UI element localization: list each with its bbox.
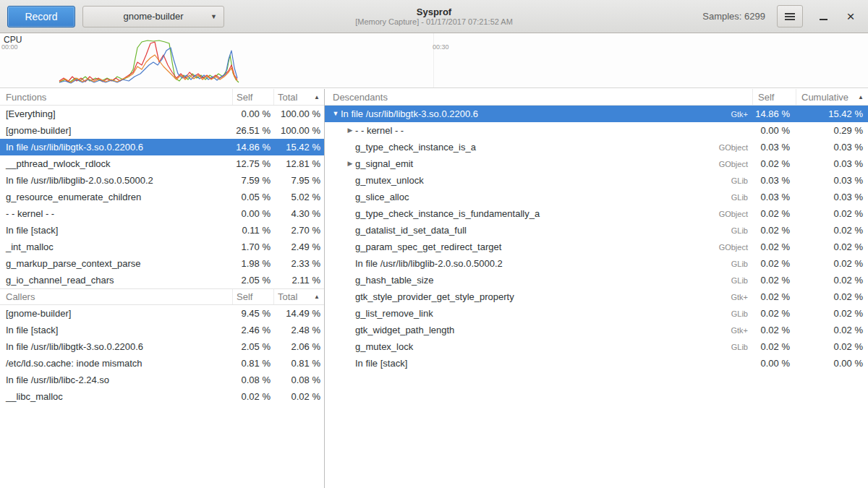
self-percent: 0.03 % bbox=[752, 175, 796, 186]
functions-column-header[interactable]: Functions bbox=[0, 89, 232, 105]
symbol-name: - - kernel - - bbox=[0, 208, 232, 219]
library-tag: GObject bbox=[713, 143, 752, 152]
cumulative-percent: 0.02 % bbox=[796, 208, 868, 219]
target-selector-dropdown[interactable]: gnome-builder ▼ bbox=[82, 6, 224, 27]
self-percent: 0.00 % bbox=[752, 125, 796, 136]
descendants-self-column-header[interactable]: Self bbox=[752, 89, 796, 105]
caller-row[interactable]: In file /usr/lib/libc-2.24.so0.08 %0.08 … bbox=[0, 372, 324, 388]
close-icon: × bbox=[846, 9, 854, 23]
descendant-name-cell: g_param_spec_get_redirect_targetGObject bbox=[325, 241, 752, 252]
cpu-timeline[interactable]: CPU 00:00 00:30 bbox=[0, 33, 868, 88]
symbol-name: g_resource_enumerate_children bbox=[0, 192, 232, 202]
cumulative-percent: 0.02 % bbox=[796, 291, 868, 302]
library-tag: GLib bbox=[726, 176, 752, 185]
self-percent: 0.02 % bbox=[752, 291, 796, 302]
caller-row[interactable]: /etc/ld.so.cache: inode mismatch0.81 %0.… bbox=[0, 355, 324, 372]
symbol-name: g_type_check_instance_is_fundamentally_a bbox=[355, 208, 540, 219]
descendant-row[interactable]: gtk_style_provider_get_style_propertyGtk… bbox=[325, 288, 868, 305]
self-percent: 9.45 % bbox=[232, 308, 273, 319]
symbol-name: In file /usr/lib/libglib-2.0.so.0.5000.2 bbox=[355, 258, 503, 269]
function-row[interactable]: [gnome-builder]26.51 %100.00 % bbox=[0, 122, 324, 139]
function-row[interactable]: g_markup_parse_context_parse1.98 %2.33 % bbox=[0, 255, 324, 272]
descendant-row[interactable]: g_slice_allocGLib0.03 %0.03 % bbox=[325, 189, 868, 205]
function-row[interactable]: [Everything]0.00 %100.00 % bbox=[0, 106, 324, 122]
descendants-column-header[interactable]: Descendants bbox=[325, 89, 752, 105]
close-button[interactable]: × bbox=[841, 7, 861, 27]
cumulative-percent: 0.02 % bbox=[796, 241, 868, 252]
descendant-row[interactable]: g_list_remove_linkGLib0.02 %0.02 % bbox=[325, 305, 868, 322]
descendant-row[interactable]: g_hash_table_sizeGLib0.02 %0.02 % bbox=[325, 272, 868, 288]
self-percent: 1.70 % bbox=[232, 241, 273, 252]
descendant-row[interactable]: ▼In file /usr/lib/libgtk-3.so.0.2200.6Gt… bbox=[325, 106, 868, 122]
function-row[interactable]: In file /usr/lib/libgtk-3.so.0.2200.614.… bbox=[0, 139, 324, 155]
caller-row[interactable]: In file [stack]2.46 %2.48 % bbox=[0, 322, 324, 338]
symbol-name: In file [stack] bbox=[0, 225, 232, 236]
descendant-row[interactable]: g_type_check_instance_is_fundamentally_a… bbox=[325, 205, 868, 222]
headerbar-right: Samples: 6299 × bbox=[702, 5, 861, 27]
function-row[interactable]: In file [stack]0.11 %2.70 % bbox=[0, 222, 324, 239]
descendants-cumulative-column-header[interactable]: Cumulative ▲ bbox=[796, 89, 868, 105]
self-percent: 0.02 % bbox=[232, 391, 273, 402]
callers-total-column-label: Total bbox=[278, 291, 297, 302]
self-percent: 2.05 % bbox=[232, 341, 273, 352]
descendant-name-cell: ▶g_signal_emitGObject bbox=[325, 158, 752, 169]
self-percent: 0.02 % bbox=[752, 241, 796, 252]
self-percent: 0.02 % bbox=[752, 341, 796, 352]
function-row[interactable]: __pthread_rwlock_rdlock12.75 %12.81 % bbox=[0, 155, 324, 172]
record-button[interactable]: Record bbox=[7, 6, 75, 27]
function-row[interactable]: - - kernel - -0.00 %4.30 % bbox=[0, 205, 324, 222]
descendant-row[interactable]: g_mutex_lockGLib0.02 %0.02 % bbox=[325, 338, 868, 355]
function-row[interactable]: g_io_channel_read_chars2.05 %2.11 % bbox=[0, 272, 324, 288]
functions-body: [Everything]0.00 %100.00 %[gnome-builder… bbox=[0, 106, 324, 288]
function-row[interactable]: _int_malloc1.70 %2.49 % bbox=[0, 239, 324, 255]
symbol-name: gtk_style_provider_get_style_property bbox=[355, 291, 514, 302]
descendants-body: ▼In file /usr/lib/libgtk-3.so.0.2200.6Gt… bbox=[325, 106, 868, 372]
cumulative-column-label: Cumulative bbox=[801, 92, 848, 103]
caller-row[interactable]: In file /usr/lib/libgtk-3.so.0.2200.62.0… bbox=[0, 338, 324, 355]
callers-total-column-header[interactable]: Total ▲ bbox=[273, 289, 324, 304]
self-percent: 0.00 % bbox=[232, 208, 273, 219]
minimize-button[interactable] bbox=[813, 7, 833, 27]
symbol-name: g_list_remove_link bbox=[355, 308, 433, 319]
caller-row[interactable]: __libc_malloc0.02 %0.02 % bbox=[0, 388, 324, 405]
descendant-row[interactable]: In file [stack]0.00 %0.00 % bbox=[325, 355, 868, 372]
total-percent: 7.95 % bbox=[273, 175, 324, 186]
function-row[interactable]: g_resource_enumerate_children0.05 %5.02 … bbox=[0, 189, 324, 205]
descendant-row[interactable]: g_type_check_instance_is_aGObject0.03 %0… bbox=[325, 139, 868, 155]
total-percent: 2.06 % bbox=[273, 341, 324, 352]
symbol-name: g_slice_alloc bbox=[355, 192, 409, 202]
descendant-row[interactable]: g_datalist_id_set_data_fullGLib0.02 %0.0… bbox=[325, 222, 868, 239]
library-tag: GLib bbox=[726, 343, 752, 351]
self-percent: 14.86 % bbox=[232, 142, 273, 153]
descendant-row[interactable]: g_param_spec_get_redirect_targetGObject0… bbox=[325, 239, 868, 255]
menu-button[interactable] bbox=[777, 5, 803, 27]
self-percent: 26.51 % bbox=[232, 125, 273, 136]
descendant-name-cell: g_type_check_instance_is_aGObject bbox=[325, 142, 752, 153]
descendant-name-cell: g_mutex_unlockGLib bbox=[325, 175, 752, 186]
library-tag: Gtk+ bbox=[725, 326, 752, 335]
function-row[interactable]: In file /usr/lib/libglib-2.0.so.0.5000.2… bbox=[0, 172, 324, 189]
cumulative-percent: 0.03 % bbox=[796, 175, 868, 186]
cumulative-percent: 0.29 % bbox=[796, 125, 868, 136]
callers-column-header[interactable]: Callers bbox=[0, 289, 232, 304]
caller-row[interactable]: [gnome-builder]9.45 %14.49 % bbox=[0, 305, 324, 322]
descendant-row[interactable]: In file /usr/lib/libglib-2.0.so.0.5000.2… bbox=[325, 255, 868, 272]
callers-self-column-header[interactable]: Self bbox=[232, 289, 273, 304]
total-percent: 0.02 % bbox=[273, 391, 324, 402]
expander-expanded-icon[interactable]: ▼ bbox=[331, 111, 341, 117]
hamburger-menu-icon bbox=[785, 13, 795, 20]
functions-self-column-header[interactable]: Self bbox=[232, 89, 273, 105]
descendant-row[interactable]: ▶g_signal_emitGObject0.02 %0.03 % bbox=[325, 155, 868, 172]
cumulative-percent: 0.00 % bbox=[796, 358, 868, 369]
expander-collapsed-icon[interactable]: ▶ bbox=[345, 127, 355, 134]
total-percent: 0.08 % bbox=[273, 374, 324, 385]
total-percent: 14.49 % bbox=[273, 308, 324, 319]
descendant-row[interactable]: g_mutex_unlockGLib0.03 %0.03 % bbox=[325, 172, 868, 189]
total-percent: 4.30 % bbox=[273, 208, 324, 219]
descendant-row[interactable]: gtk_widget_path_lengthGtk+0.02 %0.02 % bbox=[325, 322, 868, 338]
self-percent: 12.75 % bbox=[232, 158, 273, 169]
functions-total-column-header[interactable]: Total ▲ bbox=[273, 89, 324, 105]
expander-collapsed-icon[interactable]: ▶ bbox=[345, 160, 355, 167]
descendant-row[interactable]: ▶- - kernel - -0.00 %0.29 % bbox=[325, 122, 868, 139]
window-title: Sysprof bbox=[355, 7, 513, 17]
